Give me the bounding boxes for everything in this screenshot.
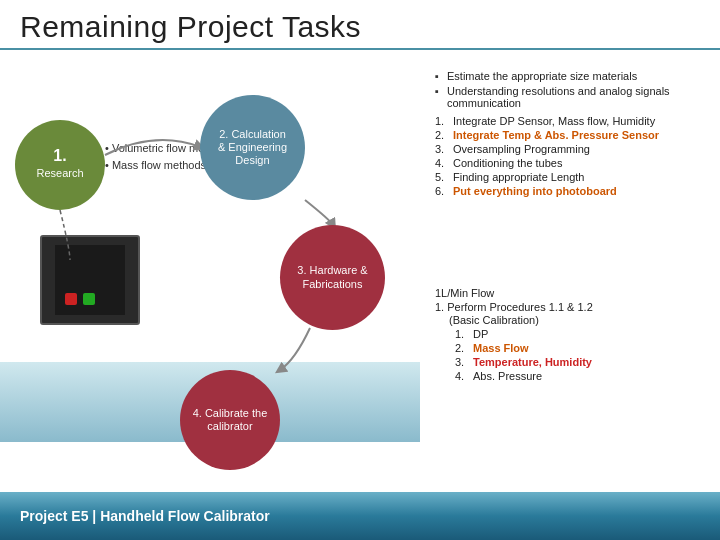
research-label: Research xyxy=(32,165,87,182)
main-content: 1. Research • Volumetric flow methods • … xyxy=(0,50,720,490)
calibrate-item1: 1. Perform Procedures 1.1 & 1.2 xyxy=(435,301,705,313)
hw-item-5: 5.Finding appropriate Length xyxy=(435,171,705,183)
calibrate-intro: 1L/Min Flow xyxy=(435,287,705,299)
hw-item-6: 6.Put everything into photoboard xyxy=(435,185,705,197)
details-area: ▪ Estimate the appropriate size material… xyxy=(420,50,720,490)
hw-item-1: 1.Integrate DP Sensor, Mass flow, Humidi… xyxy=(435,115,705,127)
calibrate-item1-sub: (Basic Calibration) xyxy=(449,314,705,326)
hw-item-2: 2.Integrate Temp & Abs. Pressure Sensor xyxy=(435,129,705,141)
circle-calibrate: 4. Calibrate thecalibrator xyxy=(180,370,280,470)
hw-item-3: 3.Oversampling Programming xyxy=(435,143,705,155)
circle-calculation: 2. Calculation& EngineeringDesign xyxy=(200,95,305,200)
hardware-label: 3. Hardware &Fabrications xyxy=(293,262,371,292)
page-title: Remaining Project Tasks xyxy=(20,10,700,44)
hw-item-4: 4.Conditioning the tubes xyxy=(435,157,705,169)
top-bullet-1: ▪ Estimate the appropriate size material… xyxy=(435,70,705,82)
hardware-numbered-list: 1.Integrate DP Sensor, Mass flow, Humidi… xyxy=(435,115,705,197)
footer-text: Project E5 | Handheld Flow Calibrator xyxy=(20,508,270,524)
cal-sub-1: 1.DP xyxy=(455,328,705,340)
red-button xyxy=(65,293,77,305)
calibrate-section: 1L/Min Flow 1. Perform Procedures 1.1 & … xyxy=(435,287,705,382)
circle-hardware: 3. Hardware &Fabrications xyxy=(280,225,385,330)
footer-bar: Project E5 | Handheld Flow Calibrator xyxy=(0,492,720,540)
green-button xyxy=(83,293,95,305)
page-container: Remaining Project Tasks xyxy=(0,0,720,540)
hardware-image xyxy=(40,235,140,325)
calculation-label: 2. Calculation& EngineeringDesign xyxy=(214,126,291,170)
circle-research: 1. Research xyxy=(15,120,105,210)
header: Remaining Project Tasks xyxy=(0,0,720,50)
top-bullet-2: ▪ Understanding resolutions and analog s… xyxy=(435,85,705,109)
calibrate-sub-list: 1.DP 2.Mass Flow 3.Temperature, Humidity… xyxy=(455,328,705,382)
top-bullets-section: ▪ Estimate the appropriate size material… xyxy=(435,70,705,109)
research-number: 1. xyxy=(53,147,66,165)
cal-sub-3: 3.Temperature, Humidity xyxy=(455,356,705,368)
calibrate-label: 4. Calibrate thecalibrator xyxy=(189,405,272,435)
cal-sub-2: 2.Mass Flow xyxy=(455,342,705,354)
diagram-area: 1. Research • Volumetric flow methods • … xyxy=(0,50,420,490)
cal-sub-4: 4.Abs. Pressure xyxy=(455,370,705,382)
hardware-panel xyxy=(55,245,125,315)
